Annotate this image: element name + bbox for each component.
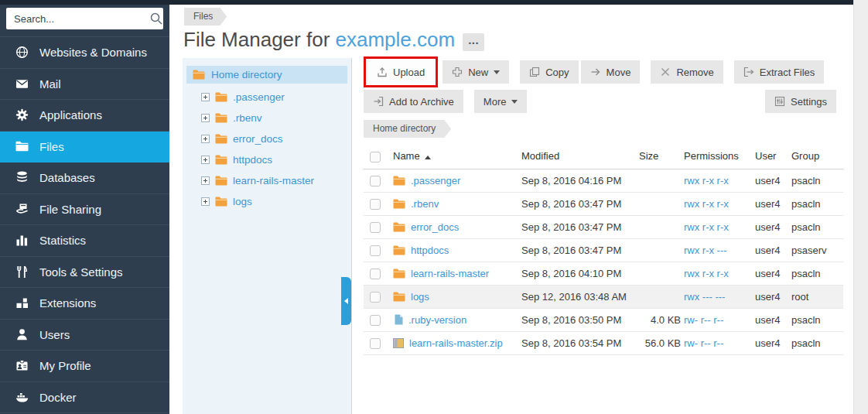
more-actions-button[interactable]: ... (463, 33, 484, 51)
file-link[interactable]: .passenger (411, 175, 460, 186)
user-cell: user4 (755, 169, 791, 192)
chevron-left-icon (344, 298, 348, 304)
scrollbar-track[interactable] (853, 0, 868, 414)
sidebar-item-docker[interactable]: Docker (0, 382, 169, 414)
expand-icon[interactable] (201, 93, 210, 101)
directory-tree-panel: Home directory .passenger .rbenv error_d… (183, 58, 352, 414)
sidebar-item-label: File Sharing (39, 203, 101, 216)
file-link[interactable]: httpdocs (411, 245, 449, 256)
expand-icon[interactable] (201, 135, 210, 143)
expand-icon[interactable] (201, 197, 210, 206)
sidebar-item-statistics[interactable]: Statistics (0, 225, 169, 257)
column-header-name[interactable]: Name (393, 145, 521, 169)
row-checkbox[interactable] (370, 245, 381, 256)
search-icon[interactable] (150, 12, 162, 25)
tree-item-home-directory[interactable]: Home directory (186, 66, 347, 84)
permissions-link[interactable]: rw- r-- r-- (684, 314, 723, 326)
expand-icon[interactable] (201, 176, 210, 185)
copy-button-label: Copy (545, 67, 569, 78)
user-cell: user4 (755, 238, 791, 262)
tree-item-label: Home directory (211, 69, 282, 80)
expand-icon[interactable] (201, 114, 210, 122)
column-header-user[interactable]: User (755, 145, 791, 169)
permissions-link[interactable]: rwx --- --- (684, 291, 725, 303)
sidebar-item-applications[interactable]: Applications (0, 100, 169, 132)
more-button[interactable]: More (474, 90, 528, 113)
file-link[interactable]: error_docs (411, 221, 459, 233)
sidebar-item-extensions[interactable]: Extensions (0, 288, 169, 320)
size-cell (639, 169, 684, 192)
move-button[interactable]: Move (581, 60, 641, 84)
sidebar-item-websites-domains[interactable]: Websites & Domains (0, 37, 169, 69)
search-box[interactable] (6, 8, 163, 29)
tree-item-httpdocs[interactable]: httpdocs (183, 149, 351, 170)
row-checkbox[interactable] (370, 269, 381, 279)
tree-collapse-handle[interactable] (341, 277, 351, 325)
file-link[interactable]: .rbenv (411, 198, 439, 210)
permissions-link[interactable]: rwx r-x r-x (684, 221, 729, 233)
size-cell (639, 285, 684, 308)
tree-item-learn-rails-master[interactable]: learn-rails-master (183, 170, 351, 191)
settings-button[interactable]: Settings (765, 90, 836, 113)
tree-item-label: .rbenv (233, 112, 262, 124)
row-checkbox[interactable] (370, 176, 381, 186)
folder-icon (393, 245, 405, 255)
new-button[interactable]: New (443, 60, 509, 84)
upload-button[interactable]: Upload (367, 60, 434, 84)
row-checkbox[interactable] (370, 199, 381, 210)
file-link[interactable]: .ruby-version (408, 314, 466, 326)
permissions-link[interactable]: rwx r-x r-x (684, 175, 729, 186)
size-cell (639, 262, 684, 285)
permissions-link[interactable]: rwx r-x --- (684, 245, 727, 256)
tree-item-rbenv[interactable]: .rbenv (183, 108, 351, 128)
sidebar-item-label: Files (39, 140, 64, 153)
add-to-archive-button[interactable]: Add to Archive (364, 90, 463, 113)
sidebar-item-databases[interactable]: Databases (0, 163, 169, 194)
breadcrumb[interactable]: Files (184, 8, 227, 26)
file-link[interactable]: learn-rails-master.zip (409, 337, 503, 349)
tree-item-logs[interactable]: logs (183, 191, 351, 212)
row-checkbox[interactable] (370, 292, 381, 303)
modified-cell: Sep 8, 2016 04:16 PM (521, 169, 639, 192)
sidebar-item-file-sharing[interactable]: File Sharing (0, 194, 169, 226)
column-header-size[interactable]: Size (639, 145, 684, 169)
archive-icon (373, 96, 384, 107)
column-header-group[interactable]: Group (791, 145, 843, 169)
user-cell: user4 (755, 262, 791, 285)
group-cell: psacln (791, 308, 843, 331)
column-header-modified[interactable]: Modified (521, 145, 639, 169)
group-cell: psacln (791, 192, 843, 215)
select-all-checkbox[interactable] (370, 152, 381, 163)
row-checkbox[interactable] (370, 222, 381, 233)
remove-button-label: Remove (676, 67, 713, 78)
tree-item-passenger[interactable]: .passenger (183, 87, 351, 108)
permissions-link[interactable]: rw- r-- r-- (684, 337, 723, 349)
domain-link[interactable]: example.com (336, 28, 456, 51)
modified-cell: Sep 8, 2016 04:10 PM (521, 262, 639, 285)
copy-button[interactable]: Copy (520, 60, 578, 84)
sidebar-item-files[interactable]: Files (0, 132, 169, 163)
row-checkbox[interactable] (370, 315, 381, 326)
extract-files-button[interactable]: Extract Files (734, 60, 825, 84)
row-checkbox[interactable] (370, 338, 381, 349)
tree-item-error-docs[interactable]: error_docs (183, 128, 351, 149)
sidebar-item-label: Mail (39, 77, 61, 91)
main-content: Files File Manager for example.com... Ho… (169, 0, 853, 414)
table-row: learn-rails-master Sep 8, 2016 04:10 PM … (364, 262, 843, 285)
sidebar-item-mail[interactable]: Mail (0, 69, 169, 101)
table-row: error_docs Sep 8, 2016 03:47 PM rwx r-x … (364, 215, 843, 238)
remove-button[interactable]: Remove (651, 60, 723, 84)
sidebar-item-tools-settings[interactable]: Tools & Settings (0, 257, 169, 289)
sidebar-item-my-profile[interactable]: My Profile (0, 351, 169, 382)
search-input[interactable] (14, 13, 150, 25)
permissions-link[interactable]: rwx r-x r-x (684, 198, 729, 210)
permissions-link[interactable]: rwx r-x r-x (684, 268, 729, 279)
gear-icon (15, 108, 29, 121)
path-breadcrumb[interactable]: Home directory (364, 120, 451, 138)
new-button-label: New (468, 67, 488, 78)
column-header-permissions[interactable]: Permissions (684, 145, 755, 169)
sidebar-item-users[interactable]: Users (0, 320, 169, 351)
file-link[interactable]: logs (411, 291, 429, 303)
expand-icon[interactable] (201, 156, 210, 164)
file-link[interactable]: learn-rails-master (411, 268, 489, 279)
